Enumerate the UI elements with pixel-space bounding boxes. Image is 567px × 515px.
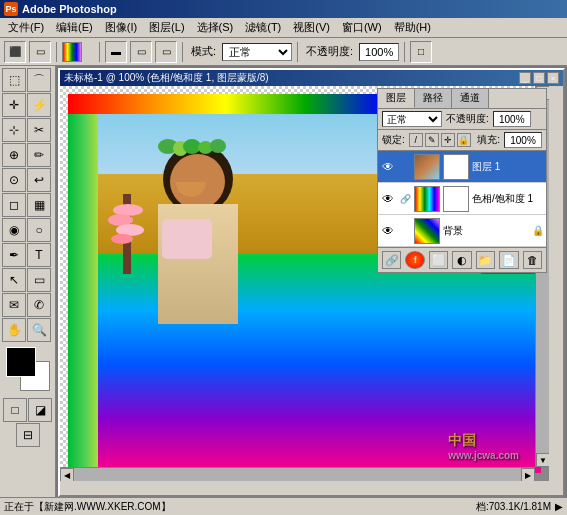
- tool-lasso[interactable]: ⌒: [27, 68, 51, 92]
- menu-image[interactable]: 图像(I): [99, 18, 143, 37]
- layer-opacity-input[interactable]: [493, 111, 531, 127]
- girl: [148, 144, 248, 384]
- tool-crop[interactable]: ⊹: [2, 118, 26, 142]
- tool-path-select[interactable]: ↖: [2, 268, 26, 292]
- toolbar-button-2[interactable]: ▭: [29, 41, 51, 63]
- menu-select[interactable]: 选择(S): [191, 18, 240, 37]
- status-arrow[interactable]: ▶: [555, 501, 563, 512]
- color-swatch[interactable]: [6, 347, 50, 391]
- tool-brush[interactable]: ✏: [27, 143, 51, 167]
- tab-layers[interactable]: 图层: [378, 89, 415, 108]
- tool-row-4: ⊕ ✏: [2, 143, 53, 167]
- scroll-right-btn[interactable]: ▶: [521, 468, 535, 481]
- menu-window[interactable]: 窗口(W): [336, 18, 388, 37]
- toolbar: ⬛ ▭ ▬ ▭ ▭ 模式: 正常 溶解 正片叠底 不透明度: □: [0, 38, 567, 66]
- tool-row-9: ↖ ▭: [2, 268, 53, 292]
- tool-slice[interactable]: ✂: [27, 118, 51, 142]
- lock-position[interactable]: ✛: [441, 133, 455, 147]
- tool-eyedrop[interactable]: ✆: [27, 293, 51, 317]
- layers-bottom: 🔗 f ⬜ ◐ 📁 📄 🗑: [378, 247, 546, 272]
- standard-mode[interactable]: □: [3, 398, 27, 422]
- left-border: [68, 94, 98, 473]
- tool-notes[interactable]: ✉: [2, 293, 26, 317]
- tool-gradient[interactable]: ▦: [27, 193, 51, 217]
- toolbox: ⬚ ⌒ ✛ ⚡ ⊹ ✂ ⊕ ✏ ⊙ ↩ ◻ ▦ ◉ ○ ✒ T: [0, 66, 56, 497]
- toolbar-button-rect2[interactable]: ▭: [130, 41, 152, 63]
- layer-row-bg[interactable]: 👁 背景 🔒: [378, 215, 546, 247]
- layer-name-1: 图层 1: [472, 160, 544, 174]
- tool-zoom[interactable]: 🔍: [27, 318, 51, 342]
- layer-link-btn[interactable]: 🔗: [382, 251, 401, 269]
- tool-hand[interactable]: ✋: [2, 318, 26, 342]
- layer-mask-btn[interactable]: ⬜: [429, 251, 448, 269]
- canvas-close[interactable]: ×: [547, 72, 559, 84]
- lock-pixels[interactable]: ✎: [425, 133, 439, 147]
- layer-delete-btn[interactable]: 🗑: [523, 251, 542, 269]
- layer-eye-bg[interactable]: 👁: [380, 223, 396, 239]
- tool-blur[interactable]: ◉: [2, 218, 26, 242]
- check-left: [60, 86, 68, 481]
- layer-adjustment-btn[interactable]: ◐: [452, 251, 471, 269]
- layer-style-btn[interactable]: f: [405, 251, 424, 269]
- tool-pen[interactable]: ✒: [2, 243, 26, 267]
- tool-stamp[interactable]: ⊙: [2, 168, 26, 192]
- tool-dodge[interactable]: ○: [27, 218, 51, 242]
- layer-row-1[interactable]: 👁 图层 1: [378, 151, 546, 183]
- menu-help[interactable]: 帮助(H): [388, 18, 437, 37]
- layer-new-btn[interactable]: 📄: [499, 251, 518, 269]
- toolbar-checkbox[interactable]: □: [410, 41, 432, 63]
- horizontal-scrollbar[interactable]: ◀ ▶: [60, 467, 535, 481]
- lock-all[interactable]: 🔒: [457, 133, 471, 147]
- tab-paths[interactable]: 路径: [415, 89, 452, 108]
- toolbar-button-rect3[interactable]: ▭: [155, 41, 177, 63]
- layer-row-2[interactable]: 👁 🔗 色相/饱和度 1: [378, 183, 546, 215]
- layer-eye-2[interactable]: 👁: [380, 191, 396, 207]
- tool-move[interactable]: ✛: [2, 93, 26, 117]
- toolbar-sep-1: [56, 42, 57, 62]
- canvas-minimize[interactable]: _: [519, 72, 531, 84]
- fill-input[interactable]: [504, 132, 542, 148]
- scroll-left-btn[interactable]: ◀: [60, 468, 74, 481]
- menu-edit[interactable]: 编辑(E): [50, 18, 99, 37]
- tool-row-10: ✉ ✆: [2, 293, 53, 317]
- layer-eye-1[interactable]: 👁: [380, 159, 396, 175]
- layer-group-btn[interactable]: 📁: [476, 251, 495, 269]
- screen-mode[interactable]: ⊟: [16, 423, 40, 447]
- layer-thumb-1: [414, 154, 440, 180]
- layer-name-bg: 背景: [443, 224, 529, 238]
- lock-transparent[interactable]: /: [409, 133, 423, 147]
- toolbar-button-1[interactable]: ⬛: [4, 41, 26, 63]
- fg-color[interactable]: [6, 347, 36, 377]
- layer-chain-bg[interactable]: [399, 225, 411, 237]
- status-bar: 正在于【新建网.WWW.XKER.COM】 档:703.1K/1.81M ▶: [0, 497, 567, 515]
- tool-eraser[interactable]: ◻: [2, 193, 26, 217]
- menu-filter[interactable]: 滤镜(T): [239, 18, 287, 37]
- tool-heal[interactable]: ⊕: [2, 143, 26, 167]
- tool-text[interactable]: T: [27, 243, 51, 267]
- menu-file[interactable]: 文件(F): [2, 18, 50, 37]
- layers-tabs: 图层 路径 通道: [378, 89, 546, 109]
- main-area: ⬚ ⌒ ✛ ⚡ ⊹ ✂ ⊕ ✏ ⊙ ↩ ◻ ▦ ◉ ○ ✒ T: [0, 66, 567, 497]
- canvas-content[interactable]: ▲ ▼ ◀ ▶ 中国 www.jcwa.com: [60, 86, 549, 481]
- blend-mode-select[interactable]: 正常 溶解 正片叠底: [222, 43, 292, 61]
- tab-channels[interactable]: 通道: [452, 89, 489, 108]
- scroll-track-h[interactable]: [74, 468, 521, 481]
- tool-marquee[interactable]: ⬚: [2, 68, 26, 92]
- quick-mask-mode[interactable]: ◪: [28, 398, 52, 422]
- tool-shape[interactable]: ▭: [27, 268, 51, 292]
- opacity-input[interactable]: [359, 43, 399, 61]
- canvas-maximize[interactable]: □: [533, 72, 545, 84]
- tool-row-3: ⊹ ✂: [2, 118, 53, 142]
- screen-mode-row: ⊟: [2, 423, 53, 447]
- tool-magic-wand[interactable]: ⚡: [27, 93, 51, 117]
- menu-layer[interactable]: 图层(L): [143, 18, 190, 37]
- menu-view[interactable]: 视图(V): [287, 18, 336, 37]
- layer-chain-1[interactable]: [399, 161, 411, 173]
- scroll-down-btn[interactable]: ▼: [536, 453, 549, 467]
- toolbar-color-picker[interactable]: [62, 42, 94, 62]
- layer-name-2: 色相/饱和度 1: [472, 192, 544, 206]
- tool-history[interactable]: ↩: [27, 168, 51, 192]
- layer-chain-2[interactable]: 🔗: [399, 193, 411, 205]
- toolbar-button-rect1[interactable]: ▬: [105, 41, 127, 63]
- layer-blend-mode[interactable]: 正常 溶解: [382, 111, 442, 127]
